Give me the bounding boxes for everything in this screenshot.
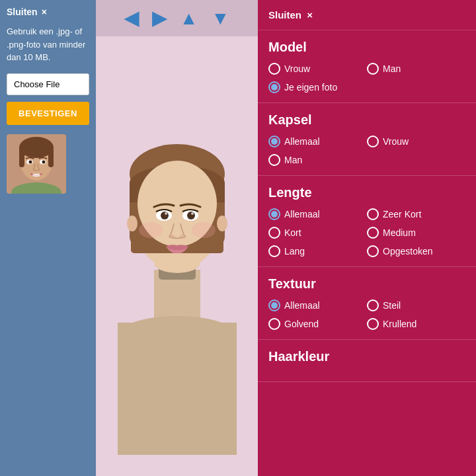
radio-eigen-foto-circle[interactable]: [268, 81, 280, 93]
right-panel: Sluiten × Model Vrouw Man Je eigen foto …: [258, 0, 476, 476]
textuur-radio-krullend-label: Krullend: [383, 319, 416, 329]
section-model: Model Vrouw Man Je eigen foto: [258, 30, 476, 103]
textuur-radio-golvend-label: Golvend: [284, 319, 319, 329]
kapsel-radio-allemaal[interactable]: Allemaal: [268, 136, 367, 147]
section-lengte: Lengte Allemaal Zeer Kort Kort Medium La…: [258, 176, 476, 267]
textuur-radio-allemaal-circle[interactable]: [268, 299, 280, 311]
textuur-radio-golvend[interactable]: Golvend: [268, 318, 367, 330]
radio-eigen-foto-label: Je eigen foto: [284, 82, 337, 93]
svg-rect-7: [48, 147, 54, 167]
lengte-radio-allemaal[interactable]: Allemaal: [268, 208, 367, 220]
confirm-button[interactable]: BEVESTIGEN: [7, 102, 89, 125]
section-kapsel: Kapsel Allemaal Vrouw Man: [258, 103, 476, 176]
svg-point-37: [217, 216, 227, 231]
svg-point-34: [139, 222, 163, 238]
arrow-down-button[interactable]: ▼: [212, 9, 230, 28]
kapsel-radio-vrouw[interactable]: Vrouw: [367, 136, 465, 147]
kapsel-radio-allemaal-label: Allemaal: [284, 136, 320, 147]
textuur-radio-golvend-circle[interactable]: [268, 318, 280, 330]
kapsel-radio-man[interactable]: Man: [268, 154, 367, 166]
radio-vrouw[interactable]: Vrouw: [268, 63, 367, 75]
model-radio-group: Vrouw Man Je eigen foto: [268, 63, 465, 93]
textuur-radio-group: Allemaal Steil Golvend Krullend: [268, 299, 465, 330]
lengte-radio-medium-circle[interactable]: [367, 227, 379, 239]
lengte-radio-zeer-kort-label: Zeer Kort: [383, 209, 421, 219]
model-image: [98, 58, 257, 455]
kapsel-radio-vrouw-circle[interactable]: [367, 136, 379, 147]
lengte-radio-opgestoken-label: Opgestoken: [383, 246, 433, 257]
svg-point-32: [169, 235, 175, 239]
lengte-radio-allemaal-circle[interactable]: [268, 208, 280, 220]
svg-point-38: [154, 253, 200, 273]
lengte-radio-zeer-kort-circle[interactable]: [367, 208, 379, 220]
lengte-radio-medium[interactable]: Medium: [367, 227, 465, 239]
sidebar-close-label: Sluiten: [7, 7, 38, 17]
svg-rect-16: [118, 323, 237, 455]
svg-point-29: [187, 212, 195, 219]
navigation-arrows: ◀ ▶ ▲ ▼: [96, 0, 258, 36]
svg-rect-6: [19, 147, 24, 167]
kapsel-radio-man-circle[interactable]: [268, 154, 280, 166]
radio-man-label: Man: [383, 63, 401, 74]
textuur-radio-allemaal-label: Allemaal: [284, 300, 320, 311]
svg-point-12: [32, 173, 40, 177]
sidebar-instruction: Gebruik een .jpg- of .png-foto van minde…: [7, 25, 89, 64]
kapsel-radio-group: Allemaal Vrouw Man: [268, 136, 465, 166]
photo-area: [96, 36, 258, 476]
radio-man-circle[interactable]: [367, 63, 379, 75]
sidebar-close-button[interactable]: Sluiten ×: [7, 7, 89, 17]
svg-point-11: [42, 160, 46, 163]
textuur-radio-krullend[interactable]: Krullend: [367, 318, 465, 330]
radio-vrouw-label: Vrouw: [284, 63, 310, 74]
sidebar-close-icon: ×: [42, 7, 47, 17]
svg-point-31: [191, 212, 194, 215]
textuur-radio-allemaal[interactable]: Allemaal: [268, 299, 367, 311]
arrow-right-button[interactable]: ▶: [152, 9, 167, 28]
svg-point-35: [192, 222, 216, 238]
section-model-title: Model: [268, 40, 465, 55]
svg-point-28: [161, 212, 169, 219]
section-kapsel-title: Kapsel: [268, 112, 465, 128]
section-haarkleur: Haarkleur: [258, 340, 476, 382]
right-panel-close-label: Sluiten ×: [268, 9, 313, 20]
radio-vrouw-circle[interactable]: [268, 63, 280, 75]
lengte-radio-kort-circle[interactable]: [268, 227, 280, 239]
section-textuur-title: Textuur: [268, 276, 465, 292]
textuur-radio-steil-label: Steil: [383, 300, 401, 311]
lengte-radio-opgestoken[interactable]: Opgestoken: [367, 245, 465, 257]
choose-file-button[interactable]: Choose File: [7, 73, 89, 95]
right-panel-header: Sluiten ×: [258, 0, 476, 30]
textuur-radio-krullend-circle[interactable]: [367, 318, 379, 330]
lengte-radio-opgestoken-circle[interactable]: [367, 245, 379, 257]
arrow-left-button[interactable]: ◀: [124, 9, 139, 28]
kapsel-radio-allemaal-circle[interactable]: [268, 136, 280, 147]
svg-point-30: [165, 212, 167, 215]
lengte-radio-lang[interactable]: Lang: [268, 245, 367, 257]
sidebar: Sluiten × Gebruik een .jpg- of .png-foto…: [0, 0, 96, 476]
lengte-radio-medium-label: Medium: [383, 227, 416, 238]
lengte-radio-lang-circle[interactable]: [268, 245, 280, 257]
section-lengte-title: Lengte: [268, 185, 465, 200]
section-haarkleur-title: Haarkleur: [268, 349, 465, 364]
radio-man[interactable]: Man: [367, 63, 465, 75]
svg-point-36: [127, 216, 138, 231]
avatar-image: [7, 134, 66, 194]
lengte-radio-group: Allemaal Zeer Kort Kort Medium Lang Opge…: [268, 208, 465, 257]
svg-point-10: [29, 160, 32, 163]
textuur-radio-steil-circle[interactable]: [367, 299, 379, 311]
main-area: ◀ ▶ ▲ ▼: [96, 0, 258, 476]
svg-point-33: [179, 235, 186, 239]
lengte-radio-zeer-kort[interactable]: Zeer Kort: [367, 208, 465, 220]
avatar-preview: [7, 134, 66, 194]
radio-eigen-foto[interactable]: Je eigen foto: [268, 81, 465, 93]
lengte-radio-allemaal-label: Allemaal: [284, 209, 320, 219]
textuur-radio-steil[interactable]: Steil: [367, 299, 465, 311]
lengte-radio-kort[interactable]: Kort: [268, 227, 367, 239]
kapsel-radio-man-label: Man: [284, 155, 302, 165]
arrow-up-button[interactable]: ▲: [180, 9, 198, 28]
lengte-radio-lang-label: Lang: [284, 246, 305, 257]
section-textuur: Textuur Allemaal Steil Golvend Krullend: [258, 267, 476, 340]
kapsel-radio-vrouw-label: Vrouw: [383, 136, 409, 147]
lengte-radio-kort-label: Kort: [284, 227, 301, 238]
